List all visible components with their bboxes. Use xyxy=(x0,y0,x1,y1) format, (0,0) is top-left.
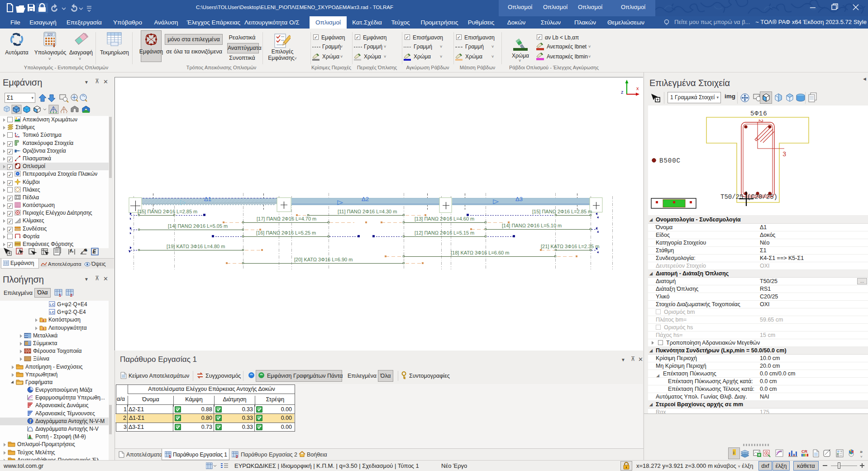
svg-text:LC: LC xyxy=(50,303,55,307)
svg-text:B500C: B500C xyxy=(659,157,681,164)
svg-text:x: x xyxy=(636,86,639,91)
svg-text:[19] ΚΑΤΩ 3Φ16 L=4.80 m: [19] ΚΑΤΩ 3Φ16 L=4.80 m xyxy=(167,244,225,249)
svg-text:2: 2 xyxy=(757,119,764,123)
svg-text:2: 2 xyxy=(70,293,72,297)
svg-text:»: » xyxy=(860,449,863,454)
svg-text:[20] ΚΑΤΩ 3Φ16 L=6.90 m: [20] ΚΑΤΩ 3Φ16 L=6.90 m xyxy=(294,257,353,262)
svg-text:Δ2: Δ2 xyxy=(362,196,369,202)
svg-text:1: 1 xyxy=(169,454,171,458)
svg-text:[11] ΠΑΝΩ 2Φ16 L=4.30 m: [11] ΠΑΝΩ 2Φ16 L=4.30 m xyxy=(338,209,397,214)
svg-text:123: 123 xyxy=(47,33,52,36)
svg-text:5: 5 xyxy=(43,327,44,330)
svg-text:[15] ΠΑΝΩ 2Φ16 L=2.85 m: [15] ΠΑΝΩ 2Φ16 L=2.85 m xyxy=(138,209,197,214)
svg-text:2: 2 xyxy=(236,454,238,458)
svg-text:5Φ16: 5Φ16 xyxy=(750,110,768,117)
svg-text:[13] ΠΑΝΩ 2Φ16 L=4.60 m: [13] ΠΑΝΩ 2Φ16 L=4.60 m xyxy=(415,216,474,221)
svg-text:[16] ΠΑΝΩ 2Φ16 L=5.25 m: [16] ΠΑΝΩ 2Φ16 L=5.25 m xyxy=(256,230,316,236)
svg-text:8: 8 xyxy=(43,319,44,322)
svg-text:%: % xyxy=(84,249,87,252)
svg-text:E: E xyxy=(93,249,96,254)
svg-text:N: N xyxy=(780,450,782,453)
svg-text:LC: LC xyxy=(50,310,55,314)
svg-text:i: i xyxy=(733,451,734,455)
svg-text:[17] ΠΑΝΩ 2Φ16 L=4.70 m: [17] ΠΑΝΩ 2Φ16 L=4.70 m xyxy=(257,216,316,221)
svg-text:[14] ΠΑΝΩ 2Φ16 L=5.05 m: [14] ΠΑΝΩ 2Φ16 L=5.05 m xyxy=(168,223,228,229)
svg-text:Δ3: Δ3 xyxy=(515,196,523,202)
svg-text:[21] ΚΑΤΩ 3Φ16 L=2.35 m: [21] ΚΑΤΩ 3Φ16 L=2.35 m xyxy=(541,244,599,249)
svg-text:[14] ΠΑΝΩ 2Φ16 L=5.10 m: [14] ΠΑΝΩ 2Φ16 L=5.10 m xyxy=(502,223,562,228)
svg-text:[12] ΠΑΝΩ 2Φ16 L=5.15 m: [12] ΠΑΝΩ 2Φ16 L=5.15 m xyxy=(415,230,474,236)
svg-text:CR: CR xyxy=(801,449,807,454)
svg-text:3: 3 xyxy=(782,151,786,158)
svg-text:d: d xyxy=(70,249,72,251)
svg-text:[15] ΠΑΝΩ 2Φ16 L=2.85 m: [15] ΠΑΝΩ 2Φ16 L=2.85 m xyxy=(532,209,592,214)
svg-text:z: z xyxy=(621,89,624,95)
svg-text:[18] ΚΑΤΩ 3Φ16 L=6.60 m: [18] ΚΑΤΩ 3Φ16 L=6.60 m xyxy=(451,250,509,255)
svg-text:T50/25 (C20/25): T50/25 (C20/25) xyxy=(720,193,777,201)
svg-text:Δ1: Δ1 xyxy=(204,196,211,202)
svg-text:˅: ˅ xyxy=(860,455,863,459)
svg-text:1: 1 xyxy=(59,293,61,297)
